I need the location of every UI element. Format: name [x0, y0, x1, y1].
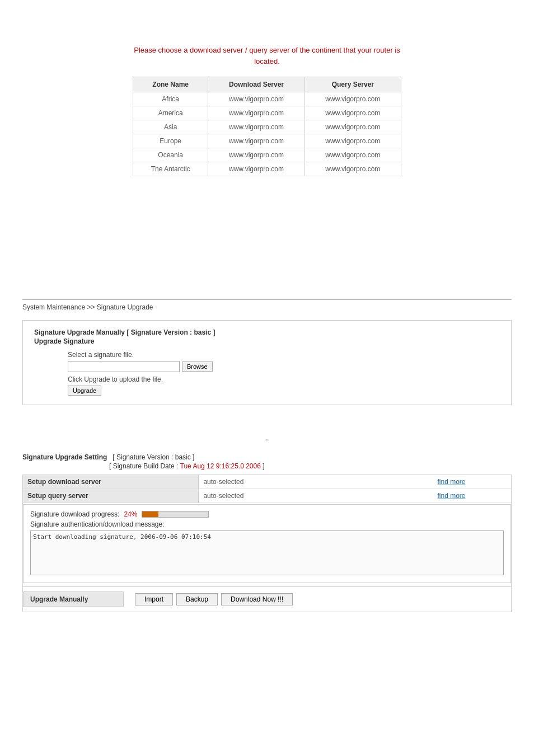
table-row: America www.vigorpro.com www.vigorpro.co… [133, 106, 401, 120]
download-cell: www.vigorpro.com [208, 92, 305, 106]
sig-row-label: Setup query server [23, 489, 199, 503]
zone-cell: Asia [133, 120, 208, 134]
sig-build-date: Tue Aug 12 9:16:25.0 2006 [180, 462, 261, 470]
file-input[interactable] [68, 361, 180, 372]
signature-setting-section: Signature Upgrade Setting [ Signature Ve… [0, 453, 534, 612]
progress-bar-fill [142, 511, 158, 517]
query-cell: www.vigorpro.com [305, 148, 401, 162]
table-row: Oceania www.vigorpro.com www.vigorpro.co… [133, 148, 401, 162]
middle-spacer [0, 199, 534, 299]
sig-setting-outer: Setup download server auto-selected find… [22, 475, 512, 612]
sig-row-value: auto-selected [199, 489, 433, 503]
query-cell: www.vigorpro.com [305, 120, 401, 134]
col-zone: Zone Name [133, 77, 208, 92]
manual-upgrade-title: Signature Upgrade Manually [ Signature V… [34, 328, 500, 336]
dot-separator: . [0, 422, 534, 453]
manual-upgrade-subtitle: Upgrade Signature [34, 337, 500, 345]
download-cell: www.vigorpro.com [208, 106, 305, 120]
query-cell: www.vigorpro.com [305, 162, 401, 176]
table-row: The Antarctic www.vigorpro.com www.vigor… [133, 162, 401, 176]
browse-button[interactable]: Browse [182, 361, 213, 372]
auth-msg-label: Signature authentication/download messag… [30, 520, 504, 528]
intro-text: Please choose a download server / query … [127, 45, 407, 67]
auth-msg-box: Start downloading signature, 2006-09-06 … [30, 530, 504, 575]
import-button[interactable]: Import [135, 593, 173, 605]
file-input-row: Browse [68, 361, 500, 372]
upload-label: Click Upgrade to upload the file. [68, 375, 500, 383]
upgrade-manually-label: Upgrade Manually [23, 591, 124, 607]
sig-setting-title: Signature Upgrade Setting [22, 453, 107, 461]
table-row: Africa www.vigorpro.com www.vigorpro.com [133, 92, 401, 106]
col-download: Download Server [208, 77, 305, 92]
sig-row-value: auto-selected [199, 475, 433, 489]
download-cell: www.vigorpro.com [208, 148, 305, 162]
sig-row-link[interactable]: find more [433, 489, 511, 503]
zone-cell: Oceania [133, 148, 208, 162]
download-cell: www.vigorpro.com [208, 134, 305, 148]
query-cell: www.vigorpro.com [305, 106, 401, 120]
progress-section: Signature download progress: 24% Signatu… [23, 504, 511, 583]
select-label: Select a signature file. [68, 351, 500, 359]
server-table: Zone Name Download Server Query Server A… [133, 77, 401, 176]
download-now-button[interactable]: Download Now !!! [221, 593, 293, 605]
col-query: Query Server [305, 77, 401, 92]
query-cell: www.vigorpro.com [305, 92, 401, 106]
table-row: Asia www.vigorpro.com www.vigorpro.com [133, 120, 401, 134]
download-cell: www.vigorpro.com [208, 162, 305, 176]
upgrade-manually-buttons: Import Backup Download Now !!! [124, 593, 293, 605]
manual-upgrade-box: Signature Upgrade Manually [ Signature V… [22, 320, 512, 405]
sig-setting-header: Signature Upgrade Setting [ Signature Ve… [22, 453, 512, 461]
sig-version-info: [ Signature Version : basic ] [113, 453, 194, 461]
top-section: Please choose a download server / query … [0, 0, 534, 199]
zone-cell: The Antarctic [133, 162, 208, 176]
sig-setting-row: Setup query server auto-selected find mo… [23, 489, 511, 503]
upgrade-manually-row: Upgrade Manually Import Backup Download … [23, 586, 511, 612]
upgrade-button[interactable]: Upgrade [68, 386, 101, 396]
signature-manual-section: System Maintenance >> Signature Upgrade … [0, 299, 534, 405]
sig-setting-row: Setup download server auto-selected find… [23, 475, 511, 489]
manual-upgrade-inner: Select a signature file. Browse Click Up… [34, 351, 500, 396]
zone-cell: Africa [133, 92, 208, 106]
progress-label: Signature download progress: [30, 510, 119, 518]
progress-bar-outer [142, 511, 209, 518]
progress-pct: 24% [124, 510, 137, 518]
zone-cell: Europe [133, 134, 208, 148]
backup-button[interactable]: Backup [176, 593, 218, 605]
sig-setting-table: Setup download server auto-selected find… [23, 475, 511, 503]
sig-build-row: [ Signature Build Date : Tue Aug 12 9:16… [22, 462, 512, 470]
download-cell: www.vigorpro.com [208, 120, 305, 134]
zone-cell: America [133, 106, 208, 120]
query-cell: www.vigorpro.com [305, 134, 401, 148]
breadcrumb: System Maintenance >> Signature Upgrade [22, 299, 512, 314]
sig-row-link[interactable]: find more [433, 475, 511, 489]
sig-row-label: Setup download server [23, 475, 199, 489]
progress-row: Signature download progress: 24% [30, 510, 504, 518]
table-row: Europe www.vigorpro.com www.vigorpro.com [133, 134, 401, 148]
